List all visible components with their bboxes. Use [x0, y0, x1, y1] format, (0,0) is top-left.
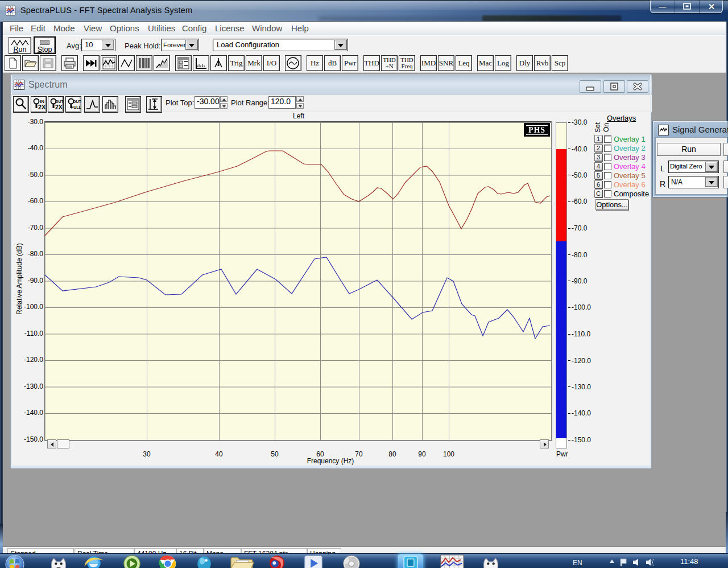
svg-text:OUT: OUT: [55, 100, 63, 104]
svg-text:2X: 2X: [55, 104, 63, 110]
svg-text:FULL: FULL: [71, 105, 81, 109]
svg-text:OUT: OUT: [73, 100, 81, 104]
svg-text:2X: 2X: [38, 104, 46, 110]
